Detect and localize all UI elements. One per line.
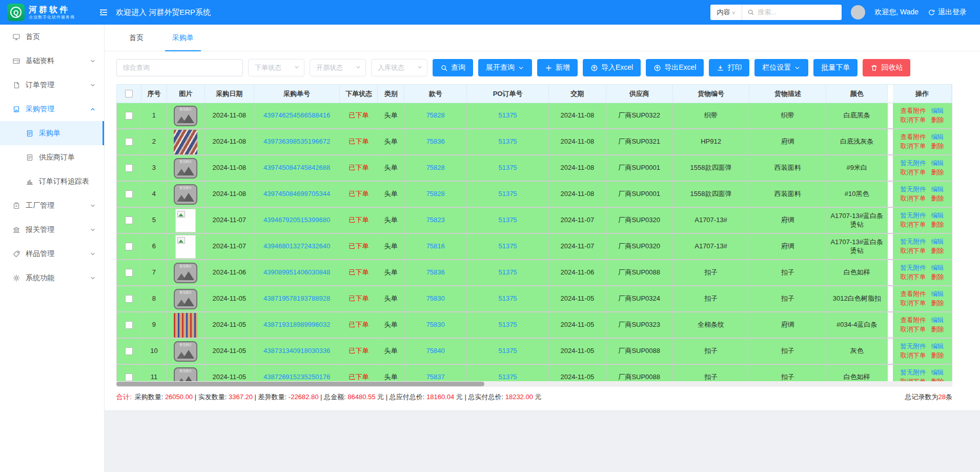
- no-attachment-link[interactable]: 暂无附件: [901, 238, 926, 246]
- 栏位设置-button[interactable]: 栏位设置: [754, 59, 808, 76]
- sidebar-item-样品管理[interactable]: 样品管理: [0, 242, 104, 266]
- po-order-no-link[interactable]: 51375: [467, 339, 549, 365]
- search-input[interactable]: 搜索...: [742, 8, 842, 17]
- style-no-link[interactable]: 75830: [404, 286, 467, 312]
- edit-link[interactable]: 编辑: [931, 186, 944, 194]
- purchase-no-link[interactable]: 438719578193788928: [254, 286, 340, 312]
- select-all-checkbox[interactable]: [125, 90, 133, 97]
- row-checkbox[interactable]: [125, 243, 133, 250]
- style-no-link[interactable]: 75837: [404, 365, 467, 381]
- delete-link[interactable]: 删除: [931, 300, 944, 308]
- no-attachment-link[interactable]: 暂无附件: [901, 160, 926, 168]
- 回收站-button[interactable]: 回收站: [863, 59, 910, 76]
- cancel-order-link[interactable]: 取消下单: [901, 143, 926, 151]
- app-logo[interactable]: Q 河群软件 企业数字化软件服务商: [0, 4, 95, 21]
- purchase-no-link[interactable]: 438726915235250176: [254, 365, 340, 381]
- view-attachment-link[interactable]: 查看附件: [901, 107, 926, 115]
- po-order-no-link[interactable]: 51375: [467, 103, 549, 129]
- edit-link[interactable]: 编辑: [931, 290, 944, 299]
- 打印-button[interactable]: 打印: [709, 59, 749, 76]
- no-attachment-link[interactable]: 暂无附件: [901, 186, 926, 194]
- purchase-no-link[interactable]: 439746254566588416: [254, 103, 340, 129]
- sidebar-item-订单管理[interactable]: 订单管理: [0, 73, 104, 97]
- po-order-no-link[interactable]: 51375: [467, 155, 549, 182]
- style-no-link[interactable]: 75816: [404, 234, 467, 260]
- 展开查询-button[interactable]: 展开查询: [478, 59, 532, 76]
- edit-link[interactable]: 编辑: [931, 264, 944, 272]
- sidebar-item-工厂管理[interactable]: 工厂管理: [0, 193, 104, 218]
- po-order-no-link[interactable]: 51375: [467, 234, 549, 260]
- edit-link[interactable]: 编辑: [931, 343, 944, 351]
- style-no-link[interactable]: 75830: [404, 312, 467, 339]
- sidebar-item-基础资料[interactable]: 基础资料: [0, 49, 104, 73]
- delete-link[interactable]: 删除: [931, 143, 944, 151]
- style-no-link[interactable]: 75840: [404, 339, 467, 365]
- delete-link[interactable]: 删除: [931, 247, 944, 255]
- cancel-order-link[interactable]: 取消下单: [901, 195, 926, 203]
- purchase-no-link[interactable]: 439736398535196672: [254, 129, 340, 155]
- delete-link[interactable]: 删除: [931, 326, 944, 334]
- cancel-order-link[interactable]: 取消下单: [901, 300, 926, 308]
- horizontal-scrollbar[interactable]: [116, 381, 952, 387]
- avatar[interactable]: [851, 5, 865, 19]
- no-attachment-link[interactable]: 暂无附件: [901, 369, 926, 377]
- cancel-order-link[interactable]: 取消下单: [901, 247, 926, 255]
- product-photo[interactable]: [174, 313, 197, 338]
- no-attachment-link[interactable]: 暂无附件: [901, 264, 926, 272]
- cancel-order-link[interactable]: 取消下单: [901, 352, 926, 360]
- no-attachment-link[interactable]: 暂无附件: [901, 212, 926, 220]
- sidebar-subitem-采购单[interactable]: 采购单: [0, 121, 104, 145]
- filter-select-开票状态[interactable]: 开票状态: [310, 59, 366, 76]
- purchase-no-link[interactable]: 438731340918030336: [254, 339, 340, 365]
- style-no-link[interactable]: 75836: [404, 260, 467, 286]
- row-checkbox[interactable]: [125, 347, 133, 355]
- style-no-link[interactable]: 75823: [404, 208, 467, 234]
- row-checkbox[interactable]: [125, 112, 133, 120]
- sidebar-item-首页[interactable]: 首页: [0, 25, 104, 49]
- po-order-no-link[interactable]: 51375: [467, 365, 549, 381]
- cancel-order-link[interactable]: 取消下单: [901, 116, 926, 125]
- sidebar-collapse-icon[interactable]: [98, 7, 109, 17]
- row-checkbox[interactable]: [125, 217, 133, 224]
- style-no-link[interactable]: 75836: [404, 129, 467, 155]
- style-no-link[interactable]: 75828: [404, 155, 467, 182]
- sidebar-item-系统功能[interactable]: 系统功能: [0, 266, 104, 290]
- po-order-no-link[interactable]: 51375: [467, 260, 549, 286]
- delete-link[interactable]: 删除: [931, 195, 944, 203]
- edit-link[interactable]: 编辑: [931, 317, 944, 325]
- tab-采购单[interactable]: 采购单: [165, 25, 201, 51]
- edit-link[interactable]: 编辑: [931, 160, 944, 168]
- style-no-link[interactable]: 75828: [404, 103, 467, 129]
- edit-link[interactable]: 编辑: [931, 107, 944, 115]
- filter-select-下单状态[interactable]: 下单状态: [248, 59, 304, 76]
- po-order-no-link[interactable]: 51375: [467, 312, 549, 339]
- row-checkbox[interactable]: [125, 190, 133, 198]
- cancel-order-link[interactable]: 取消下单: [901, 169, 926, 177]
- delete-link[interactable]: 删除: [931, 273, 944, 282]
- purchase-no-link[interactable]: 438719318989996032: [254, 312, 340, 339]
- filter-select-入库状态[interactable]: 入库状态: [371, 59, 427, 76]
- sidebar-item-报关管理[interactable]: 报关管理: [0, 218, 104, 242]
- view-attachment-link[interactable]: 查看附件: [901, 317, 926, 325]
- purchase-no-link[interactable]: 439745084745842688: [254, 155, 340, 182]
- sidebar-subitem-供应商订单[interactable]: 供应商订单: [0, 145, 104, 169]
- sidebar-subitem-订单订料追踪表[interactable]: 订单订料追踪表: [0, 169, 104, 193]
- sidebar-item-采购管理[interactable]: 采购管理: [0, 97, 104, 121]
- view-attachment-link[interactable]: 查看附件: [901, 133, 926, 142]
- 批量下单-button[interactable]: 批量下单: [813, 59, 858, 76]
- edit-link[interactable]: 编辑: [931, 133, 944, 142]
- cancel-order-link[interactable]: 取消下单: [901, 326, 926, 334]
- edit-link[interactable]: 编辑: [931, 369, 944, 377]
- tab-首页[interactable]: 首页: [122, 25, 151, 51]
- row-checkbox[interactable]: [125, 269, 133, 277]
- product-photo[interactable]: [174, 130, 197, 154]
- keyword-search-input[interactable]: 综合查询: [116, 59, 243, 76]
- row-checkbox[interactable]: [125, 321, 133, 329]
- po-order-no-link[interactable]: 51375: [467, 286, 549, 312]
- scrollbar-thumb[interactable]: [116, 382, 484, 386]
- row-checkbox[interactable]: [125, 295, 133, 303]
- 导入Excel-button[interactable]: 导入Excel: [583, 59, 641, 76]
- purchase-no-link[interactable]: 439089951406030848: [254, 260, 340, 286]
- edit-link[interactable]: 编辑: [931, 238, 944, 246]
- purchase-no-link[interactable]: 439468013272432640: [254, 234, 340, 260]
